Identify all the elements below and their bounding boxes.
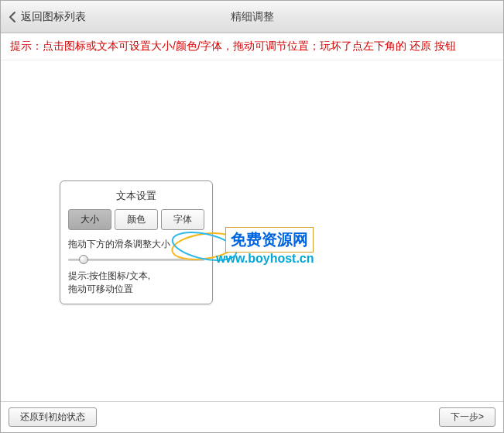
app-window: 返回图标列表 精细调整 提示：点击图标或文本可设置大小/颜色/字体，拖动可调节位… xyxy=(0,0,504,433)
reset-button[interactable]: 还原到初始状态 xyxy=(9,407,97,427)
logo-url-text[interactable]: www.boyhost.cn xyxy=(216,252,314,266)
footer: 还原到初始状态 下一步> xyxy=(1,401,503,432)
panel-hint: 提示:按住图标/文本, 拖动可移动位置 xyxy=(68,270,204,296)
slider-thumb[interactable] xyxy=(79,255,88,264)
canvas-area[interactable]: 文本设置 大小 颜色 字体 拖动下方的滑条调整大小 提示:按住图标/文本, 拖动… xyxy=(1,60,503,401)
tab-color[interactable]: 颜色 xyxy=(115,209,158,230)
logo-title-text[interactable]: 免费资源网 xyxy=(225,227,314,253)
hint-bar: 提示：点击图标或文本可设置大小/颜色/字体，拖动可调节位置；玩坏了点左下角的 还… xyxy=(1,33,503,60)
next-button[interactable]: 下一步> xyxy=(439,407,495,427)
tab-size[interactable]: 大小 xyxy=(68,209,111,230)
back-label: 返回图标列表 xyxy=(21,10,86,24)
chevron-left-icon xyxy=(9,11,16,23)
panel-hint-line2: 拖动可移动位置 xyxy=(68,283,204,296)
back-button[interactable]: 返回图标列表 xyxy=(9,10,86,24)
page-title: 精细调整 xyxy=(231,10,274,24)
panel-title: 文本设置 xyxy=(68,187,204,209)
titlebar: 返回图标列表 精细调整 xyxy=(1,1,503,33)
